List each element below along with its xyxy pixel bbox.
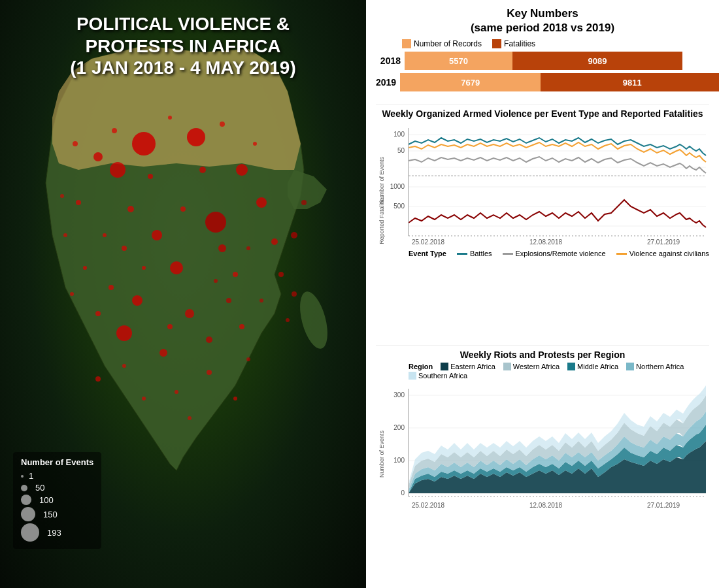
armed-violence-section: Weekly Organized Armed Violence per Even…: [376, 104, 709, 340]
svg-point-4: [110, 162, 125, 178]
northern-africa-box: [626, 363, 634, 370]
southern-africa-legend: Southern Africa: [409, 372, 467, 380]
southern-africa-label: Southern Africa: [418, 372, 467, 380]
riots-title: Weekly Riots and Protests per Region: [376, 350, 709, 360]
svg-point-50: [63, 233, 67, 237]
legend-circle-100: [21, 495, 31, 505]
svg-point-24: [180, 206, 186, 212]
svg-point-18: [168, 116, 172, 120]
svg-point-10: [236, 164, 248, 176]
svg-point-43: [122, 364, 126, 368]
key-numbers-title: Key Numbers (same period 2018 vs 2019): [376, 7, 709, 35]
region-legend: Region Eastern Africa Western Africa Mid…: [409, 363, 709, 380]
legend-item-150: 150: [21, 507, 93, 521]
remote-label: Explosions/Remote violence: [516, 250, 606, 257]
event-type-label: Event Type: [409, 250, 446, 257]
key-numbers-section: Key Numbers (same period 2018 vs 2019) N…: [376, 7, 709, 95]
fatalities-bar-2018: 9089: [512, 52, 682, 70]
year-2019: 2019: [376, 77, 396, 88]
svg-text:Reported Fatalities: Reported Fatalities: [378, 195, 385, 244]
legend-item-193: 193: [21, 523, 93, 542]
svg-text:Number of Events: Number of Events: [378, 430, 385, 478]
records-bar-2018: 5570: [405, 52, 512, 70]
northern-africa-legend: Northern Africa: [626, 363, 684, 370]
title-line2: PROTESTS IN AFRICA: [13, 35, 353, 57]
svg-point-22: [103, 233, 107, 237]
svg-point-15: [159, 349, 167, 357]
middle-africa-label: Middle Africa: [577, 363, 618, 370]
remote-violence-legend: Explosions/Remote violence: [503, 250, 606, 257]
battles-line: [457, 253, 467, 255]
event-type-legend: Event Type Battles Explosions/Remote vio…: [376, 250, 709, 257]
svg-point-36: [278, 272, 284, 277]
western-africa-legend: Western Africa: [503, 363, 560, 370]
svg-point-12: [218, 244, 226, 252]
svg-point-19: [220, 122, 225, 127]
legend-item-50: 50: [21, 483, 93, 493]
riots-chart: Number of Events 300 200 100 0 25.02.201…: [376, 382, 709, 522]
svg-text:300: 300: [393, 391, 405, 399]
svg-point-46: [226, 298, 231, 303]
svg-point-14: [185, 309, 194, 318]
civilians-legend: Violence against civilians: [616, 250, 709, 257]
year-2018: 2018: [376, 56, 401, 66]
svg-point-51: [60, 194, 64, 198]
svg-point-37: [95, 311, 101, 316]
southern-africa-box: [409, 372, 416, 380]
legend-title: Number of Events: [21, 457, 93, 467]
battles-legend: Battles: [457, 250, 492, 257]
legend-label-1: 1: [29, 471, 33, 481]
legend-fatalities: Fatalities: [492, 39, 535, 48]
middle-africa-legend: Middle Africa: [567, 363, 618, 370]
bar-row-2019: 2019 7679 9811: [376, 73, 709, 91]
region-label: Region: [409, 363, 433, 370]
civilians-label: Violence against civilians: [629, 250, 709, 257]
eastern-africa-label: Eastern Africa: [450, 363, 495, 370]
svg-point-55: [291, 232, 297, 238]
records-bar-2019: 7679: [400, 73, 541, 91]
map-panel: POLITICAL VIOLENCE & PROTESTS IN AFRICA …: [0, 0, 366, 588]
svg-point-53: [246, 246, 250, 250]
svg-point-49: [292, 291, 297, 297]
svg-point-16: [206, 336, 212, 343]
svg-point-11: [256, 197, 267, 208]
svg-text:100: 100: [393, 457, 405, 464]
western-africa-box: [503, 363, 511, 370]
svg-point-45: [246, 357, 250, 361]
svg-point-6: [170, 261, 183, 274]
map-title: POLITICAL VIOLENCE & PROTESTS IN AFRICA …: [13, 13, 353, 79]
legend-records: Number of Records: [402, 39, 482, 48]
svg-point-5: [205, 212, 226, 233]
svg-point-42: [167, 324, 173, 329]
svg-point-21: [76, 200, 81, 205]
svg-point-8: [116, 325, 132, 341]
armed-violence-chart: Number of Events Reported Fatalities Num…: [376, 122, 709, 248]
svg-point-27: [109, 285, 114, 290]
svg-text:12.08.2018: 12.08.2018: [529, 502, 562, 509]
svg-point-3: [187, 128, 205, 146]
bar-row-2018: 2018 5570 9089: [376, 52, 709, 70]
svg-text:27.01.2019: 27.01.2019: [647, 502, 680, 509]
svg-point-23: [127, 206, 134, 212]
riots-protests-section: Weekly Riots and Protests per Region Reg…: [376, 345, 709, 581]
svg-point-39: [199, 167, 206, 173]
svg-point-25: [233, 272, 238, 277]
records-color: [402, 39, 411, 48]
svg-point-33: [188, 416, 192, 420]
svg-point-44: [95, 376, 101, 382]
legend-circle-150: [21, 507, 35, 521]
fatalities-color: [492, 39, 501, 48]
title-line1: POLITICAL VIOLENCE &: [13, 13, 353, 35]
svg-text:50: 50: [397, 147, 405, 154]
svg-point-7: [132, 295, 142, 306]
legend-circle-1: [21, 475, 24, 478]
svg-text:25.02.2018: 25.02.2018: [412, 502, 444, 509]
armed-violence-title: Weekly Organized Armed Violence per Even…: [376, 108, 709, 119]
svg-point-2: [132, 132, 156, 155]
legend-label-50: 50: [35, 483, 44, 493]
svg-point-56: [301, 200, 307, 205]
svg-point-9: [93, 152, 103, 161]
svg-point-54: [214, 279, 218, 283]
svg-point-26: [142, 266, 146, 270]
legend-item-1: 1: [21, 471, 93, 481]
